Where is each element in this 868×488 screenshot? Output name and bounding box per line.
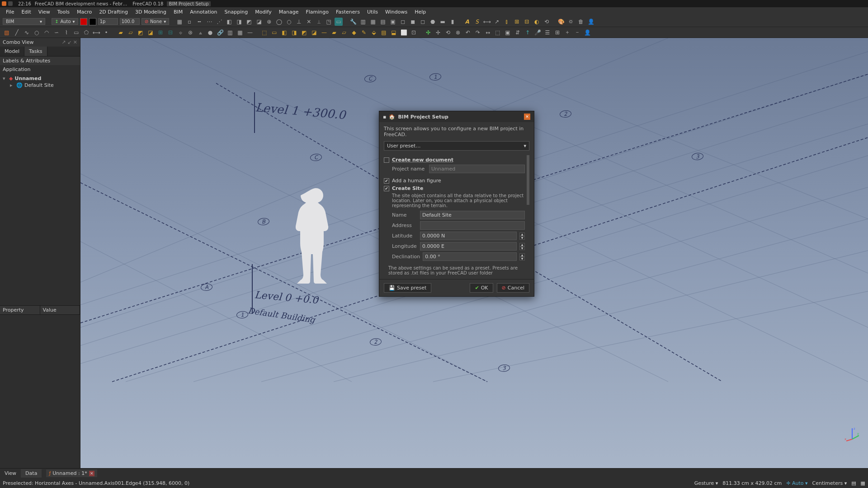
misc-icon[interactable]: 🎨 [557, 18, 565, 26]
ok-button[interactable]: ✔OK [470, 283, 493, 293]
menu-help[interactable]: Help [411, 8, 429, 16]
snap-icon[interactable]: ◳ [325, 18, 333, 26]
nav-icon[interactable]: ⊞ [553, 28, 561, 37]
nav-icon[interactable]: ▣ [504, 28, 512, 37]
tool-icon[interactable]: ▣ [389, 18, 397, 26]
box-icon[interactable]: ◩ [300, 28, 308, 37]
box-icon[interactable]: ⬚ [260, 28, 269, 37]
misc-icon[interactable]: ⛭ [567, 18, 575, 26]
auto-combo[interactable]: ↕Auto▾ [52, 18, 78, 25]
menu-3d-modeling[interactable]: 3D Modeling [132, 8, 170, 16]
color-swatch-black[interactable] [89, 18, 96, 25]
nav-icon[interactable]: ⬚ [494, 28, 502, 37]
snap-icon[interactable]: ◨ [235, 18, 243, 26]
document-tab[interactable]: ƒ Unnamed : 1* ✕ [46, 469, 97, 477]
nav-icon[interactable]: ↑ [524, 28, 532, 37]
latitude-spinner[interactable]: ▲▼ [519, 232, 525, 240]
snap-icon[interactable]: ⋰ [215, 18, 223, 26]
minus-icon[interactable]: － [573, 28, 581, 37]
tool-icon[interactable]: ◼ [409, 18, 417, 26]
tool-icon[interactable]: ◻ [419, 18, 427, 26]
box-icon[interactable]: — [320, 28, 328, 37]
tool-icon[interactable]: 🔧 [349, 18, 357, 26]
address-input[interactable] [420, 221, 525, 230]
units-selector[interactable]: Centimeters ▾ [812, 480, 847, 486]
min-icon[interactable] [8, 1, 13, 6]
box-icon[interactable]: ▰ [330, 28, 338, 37]
nav-icon[interactable]: ↶ [464, 28, 472, 37]
arch-icon[interactable]: ▱ [127, 28, 135, 37]
tool-icon[interactable]: ▬ [439, 18, 447, 26]
snap-indicator[interactable]: ✛ Auto ▾ [786, 480, 807, 486]
box-icon[interactable]: ⬜ [400, 28, 408, 37]
add-human-checkbox[interactable] [384, 178, 389, 184]
longitude-spinner[interactable]: ▲▼ [519, 243, 525, 250]
snap-icon[interactable]: ⊕ [265, 18, 273, 26]
arch-icon[interactable]: ⊞ [156, 28, 165, 37]
line-icon[interactable]: ╱ [13, 28, 21, 37]
declination-spinner[interactable]: ▲▼ [519, 253, 525, 261]
axis-gizmo[interactable]: z y x [844, 426, 860, 442]
arch-icon[interactable]: ▰ [117, 28, 125, 37]
polyline-icon[interactable]: ∿ [23, 28, 31, 37]
arch-icon[interactable]: 🔗 [216, 28, 224, 37]
tree-item-site[interactable]: Default Site [24, 82, 54, 88]
nav-style[interactable]: Gesture ▾ [694, 480, 718, 486]
snap-icon[interactable]: ▫ [185, 18, 193, 26]
tab-view[interactable]: View [0, 469, 21, 478]
menu-view[interactable]: View [35, 8, 53, 16]
snap-icon[interactable]: ⋯ [205, 18, 213, 26]
box-icon[interactable]: ◪ [310, 28, 318, 37]
tab-data[interactable]: Data [21, 469, 42, 478]
menu-tools[interactable]: Tools [54, 8, 73, 16]
box-icon[interactable]: ✎ [360, 28, 368, 37]
arch-icon[interactable]: ▦ [236, 28, 244, 37]
site-name-input[interactable] [420, 211, 525, 219]
dim-icon[interactable]: ↗ [493, 18, 501, 26]
tool-icon[interactable]: ▥ [359, 18, 367, 26]
scale-spin[interactable]: 100.0 [120, 18, 140, 25]
panel-buttons[interactable]: ↗ ↙ ✕ [61, 39, 77, 45]
taskbar-item-active[interactable]: BIM Project Setup [167, 1, 210, 6]
menu-file[interactable]: File [3, 8, 17, 16]
arc-icon[interactable]: ◠ [42, 28, 51, 37]
taskbar-item[interactable]: FreeCAD BIM development news - Febr… [33, 1, 129, 6]
status-icon[interactable]: ▤ [851, 480, 856, 486]
user-preset-combo[interactable]: User preset…▾ [384, 141, 529, 151]
longitude-input[interactable] [420, 242, 517, 251]
save-preset-button[interactable]: 💾Save preset [384, 283, 431, 293]
spline-icon[interactable]: ∽ [52, 28, 61, 37]
menu-snapping[interactable]: Snapping [222, 8, 251, 16]
cancel-button[interactable]: ⊘Cancel [497, 283, 529, 293]
point-icon[interactable]: • [102, 28, 110, 37]
dim-icon[interactable]: ⟲ [542, 18, 551, 26]
linewidth-spin[interactable]: 1p [98, 18, 118, 25]
dialog-close-button[interactable]: ✕ [524, 114, 530, 120]
create-doc-checkbox[interactable] [384, 157, 389, 163]
snap-icon[interactable]: ◩ [245, 18, 253, 26]
menu-fasteners[interactable]: Fasteners [333, 8, 363, 16]
nav-icon[interactable]: ⇵ [514, 28, 522, 37]
rect-icon[interactable]: ▭ [72, 28, 80, 37]
box-icon[interactable]: ⬓ [390, 28, 398, 37]
create-site-checkbox[interactable] [384, 186, 389, 191]
close-icon[interactable] [2, 1, 6, 6]
box-icon[interactable]: ▤ [380, 28, 388, 37]
latitude-input[interactable] [420, 232, 517, 240]
menu-modify[interactable]: Modify [252, 8, 274, 16]
snap-icon[interactable]: ▭ [335, 18, 343, 26]
snap-icon[interactable]: ✕ [305, 18, 313, 26]
tree-root[interactable]: Unnamed [14, 76, 41, 81]
arch-icon[interactable]: ⊟ [166, 28, 175, 37]
nav-icon[interactable]: ☰ [543, 28, 552, 37]
nav-icon[interactable]: ↷ [474, 28, 482, 37]
plus-icon[interactable]: ＋ [563, 28, 571, 37]
arch-icon[interactable]: ▥ [226, 28, 234, 37]
model-tree[interactable]: ▾◆Unnamed ▸🌐Default Site [0, 74, 80, 305]
nav-icon[interactable]: ✣ [424, 28, 432, 37]
text-a-icon[interactable]: A [463, 18, 471, 26]
box-icon[interactable]: ◆ [350, 28, 358, 37]
tab-tasks[interactable]: Tasks [24, 47, 47, 56]
box-icon[interactable]: ▱ [340, 28, 348, 37]
menu-windows[interactable]: Windows [382, 8, 410, 16]
